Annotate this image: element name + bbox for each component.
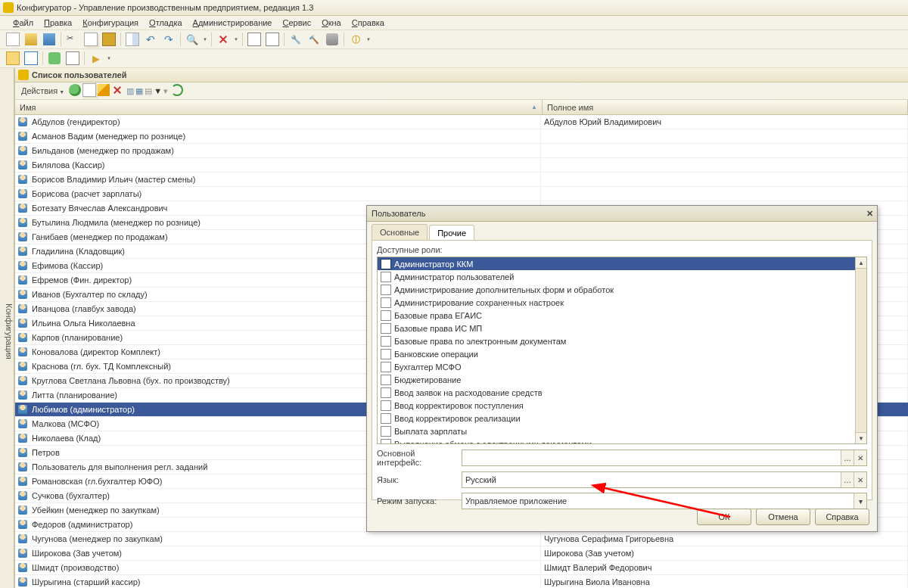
new-file-icon[interactable] (5, 31, 21, 48)
checkbox[interactable] (381, 349, 391, 359)
checkbox[interactable] (381, 387, 391, 398)
role-item[interactable]: Бюджетирование (378, 373, 856, 386)
user-row[interactable]: Шмидт (производство)Шмидт Валерий Федоро… (15, 561, 908, 575)
menu-item[interactable]: Конфигурация (77, 18, 144, 27)
funnel-icon[interactable]: ▾ (163, 86, 168, 96)
scrollbar[interactable]: ▲ ▼ (855, 257, 866, 443)
tab-other[interactable]: Прочие (429, 225, 474, 241)
checkbox[interactable] (381, 297, 391, 308)
play-icon[interactable]: ▶ (88, 50, 104, 67)
role-item[interactable]: Администратор пользователей (378, 270, 856, 283)
user-row[interactable]: Абдулов (гендиректор)Абдулов Юрий Владим… (15, 115, 908, 129)
save-icon[interactable] (41, 31, 58, 48)
checkbox[interactable] (381, 336, 391, 347)
checkbox[interactable] (381, 439, 391, 444)
user-row[interactable]: Борисова (расчет зарплаты) (15, 187, 908, 201)
ok-button[interactable]: ОК (697, 509, 751, 525)
menu-item[interactable]: Сервис (277, 18, 316, 27)
window-icon[interactable] (23, 50, 39, 67)
close-icon[interactable]: ✕ (862, 209, 877, 219)
checkbox[interactable] (381, 426, 391, 437)
find-icon[interactable]: 🔍 (184, 31, 201, 48)
delete-icon[interactable] (111, 84, 123, 98)
redo-icon[interactable]: ↷ (160, 31, 177, 48)
checkbox[interactable] (381, 362, 391, 372)
edit-icon[interactable] (98, 84, 110, 98)
compare-icon[interactable] (124, 31, 141, 48)
role-item[interactable]: Администрирование дополнительных форм и … (378, 283, 856, 296)
role-item[interactable]: Ввод корректировок поступления (378, 399, 856, 412)
paste-icon[interactable] (101, 31, 117, 48)
refresh-icon[interactable] (171, 84, 183, 98)
stop-icon[interactable] (215, 31, 232, 48)
checkbox[interactable] (381, 323, 391, 334)
copy-icon[interactable] (82, 83, 96, 98)
cut-icon[interactable]: ✂ (64, 31, 81, 48)
col-fullname[interactable]: Полное имя (543, 100, 908, 114)
checkbox[interactable] (381, 375, 391, 385)
db-icon[interactable] (324, 31, 340, 48)
user-row[interactable]: Борисов Владимир Ильич (мастер смены) (15, 173, 908, 187)
tab-main[interactable]: Основные (372, 224, 428, 240)
checkbox[interactable] (381, 272, 391, 282)
scroll-up-icon[interactable]: ▲ (856, 257, 866, 269)
tools-icon[interactable]: 🔧 (288, 31, 304, 48)
calc-icon[interactable] (246, 31, 263, 48)
dropdown-icon[interactable]: ▾ (854, 493, 866, 509)
actions-menu[interactable]: Действия▼ (18, 86, 67, 95)
role-item[interactable]: Выплата зарплаты (378, 425, 856, 437)
sort-icon[interactable]: ▤ (145, 86, 152, 96)
dropdown-icon[interactable]: ▼ (233, 37, 239, 42)
role-item[interactable]: Бухгалтер МСФО (378, 360, 856, 373)
dropdown-icon[interactable]: ▼ (154, 86, 162, 95)
run-green-icon[interactable] (46, 50, 63, 67)
dropdown-icon[interactable]: ▼ (365, 37, 372, 42)
dropdown-icon[interactable]: ▼ (106, 56, 112, 61)
run-icon[interactable] (64, 50, 81, 67)
col-name[interactable]: Имя (15, 100, 543, 114)
roles-list[interactable]: Администратор ККМАдминистратор пользоват… (378, 257, 856, 443)
role-item[interactable]: Базовые права ЕГАИС (378, 309, 856, 322)
checkbox[interactable] (381, 413, 391, 424)
select-icon[interactable]: … (841, 472, 854, 487)
role-item[interactable]: Базовые права ИС МП (378, 322, 856, 334)
tools2-icon[interactable]: 🔨 (306, 31, 322, 48)
filter-icon[interactable]: ▥ (126, 86, 134, 96)
dropdown-icon[interactable]: ▼ (202, 37, 208, 42)
checkbox[interactable] (381, 259, 391, 269)
role-item[interactable]: Ввод корректировок реализации (378, 412, 856, 425)
add-icon[interactable] (69, 84, 81, 98)
checkbox[interactable] (381, 400, 391, 411)
role-item[interactable]: Выполнение обмена с электронными докумен… (378, 437, 856, 443)
undo-icon[interactable]: ↶ (142, 31, 159, 48)
sidebar-tab[interactable]: Конфигурация (0, 68, 14, 588)
menu-item[interactable]: Администрирование (188, 18, 278, 27)
help-button[interactable]: Справка (815, 509, 869, 525)
role-item[interactable]: Ввод заявок на расходование средств (378, 386, 856, 399)
menu-item[interactable]: Отладка (144, 18, 188, 27)
user-row[interactable]: Асманов Вадим (менеджер по рознице) (15, 129, 908, 144)
menu-item[interactable]: Справка (347, 18, 390, 27)
menu-item[interactable]: Окна (316, 18, 347, 27)
clear-icon[interactable]: ✕ (854, 450, 866, 465)
open-icon[interactable] (23, 31, 39, 48)
role-item[interactable]: Банковские операции (378, 347, 856, 360)
select-icon[interactable]: … (841, 450, 854, 465)
scroll-down-icon[interactable]: ▼ (856, 432, 866, 443)
user-row[interactable]: Шурыгина (старший кассир)Шурыгина Виола … (15, 575, 908, 588)
interface-input[interactable]: … ✕ (462, 450, 867, 466)
user-row[interactable]: Широкова (Зав учетом)Широкова (Зав учето… (15, 546, 908, 561)
user-row[interactable]: Чугунова (менеджер по закупкам)Чугунова … (15, 532, 908, 546)
cancel-button[interactable]: Отмена (756, 509, 810, 525)
menu-item[interactable]: Файл (8, 18, 39, 27)
run-mode-input[interactable]: Управляемое приложение ▾ (462, 493, 867, 509)
info-icon[interactable]: ⓘ (347, 31, 364, 48)
checkbox[interactable] (381, 285, 391, 295)
menu-item[interactable]: Правка (39, 18, 77, 27)
config-icon[interactable] (5, 50, 21, 67)
user-row[interactable]: Бильданов (менеджер по продажам) (15, 144, 908, 158)
language-input[interactable]: Русский … ✕ (462, 471, 867, 488)
role-item[interactable]: Администрирование сохраненных настроек (378, 296, 856, 309)
role-item[interactable]: Администратор ККМ (378, 257, 856, 270)
copy-icon[interactable] (82, 31, 99, 48)
